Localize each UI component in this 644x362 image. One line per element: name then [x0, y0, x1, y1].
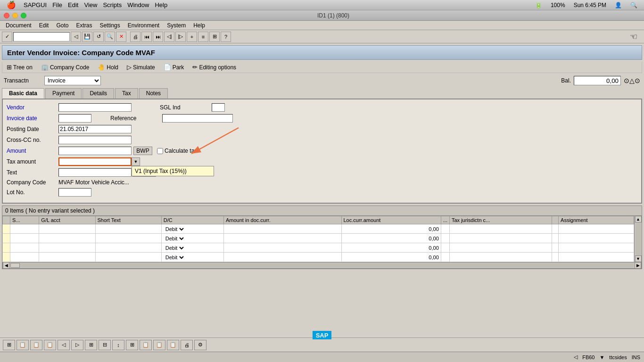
app-menu-help[interactable]: Help	[193, 22, 205, 29]
program-dropdown-icon[interactable]: ▼	[599, 354, 604, 360]
menu-file[interactable]: File	[52, 1, 62, 8]
row2-gl[interactable]	[39, 234, 95, 243]
help-btn[interactable]: ?	[221, 32, 231, 42]
minimize-button[interactable]	[12, 13, 18, 18]
invoice-date-input[interactable]	[58, 114, 91, 123]
nav-btn1[interactable]: ⏮	[141, 32, 152, 42]
row2-tax-jur[interactable]	[449, 234, 552, 243]
bottom-btn-12[interactable]: 📋	[153, 340, 165, 350]
app-menu-edit[interactable]: Edit	[39, 22, 49, 29]
app-menu-goto[interactable]: Goto	[56, 22, 68, 29]
row3-dc-select[interactable]: Debit	[164, 245, 185, 251]
text-input[interactable]	[58, 168, 132, 177]
row2-s[interactable]	[10, 234, 39, 243]
bottom-btn-3[interactable]: 📋	[30, 340, 42, 350]
bottom-btn-6[interactable]: ▷	[71, 340, 83, 350]
row1-dc-select[interactable]: Debit	[164, 226, 185, 232]
tax-dropdown-arrow[interactable]: ▼	[132, 157, 140, 166]
command-field[interactable]	[13, 32, 70, 41]
park-button[interactable]: 📄 Park	[162, 63, 186, 71]
bottom-btn-10[interactable]: ⊞	[126, 340, 138, 350]
nav-btn2[interactable]: ⏭	[153, 32, 163, 42]
reference-input[interactable]	[162, 114, 233, 123]
amount-input[interactable]	[58, 147, 132, 155]
app-menu-settings[interactable]: Settings	[99, 22, 120, 29]
sgl-ind-input[interactable]	[212, 103, 225, 112]
app-menu-system[interactable]: System	[167, 22, 186, 29]
row2-assignment[interactable]	[559, 234, 634, 243]
row2-amount-doc[interactable]	[223, 234, 341, 243]
stop-btn[interactable]: ✕	[116, 32, 126, 42]
search-icon[interactable]: 🔍	[630, 2, 637, 8]
row3-dc[interactable]: Debit	[161, 243, 223, 253]
tab-tax[interactable]: Tax	[115, 88, 138, 99]
table-btn[interactable]: ⊞	[209, 32, 220, 42]
row4-assignment[interactable]	[559, 253, 634, 262]
tree-on-button[interactable]: ⊞ Tree on	[5, 63, 34, 71]
row4-gl[interactable]	[39, 253, 95, 262]
calculate-tax-checkbox[interactable]	[157, 148, 163, 154]
app-menu-document[interactable]: Document	[6, 22, 32, 29]
row4-tax-jur[interactable]	[449, 253, 552, 262]
bottom-btn-5[interactable]: ◁	[58, 340, 70, 350]
back-btn[interactable]: ◁	[71, 32, 81, 42]
row1-short[interactable]	[95, 224, 161, 234]
bottom-btn-14[interactable]: 🖨	[181, 340, 193, 350]
find-btn[interactable]: 🔍	[105, 32, 115, 42]
h-scrollbar[interactable]: ◀ ▶	[2, 262, 642, 269]
row3-tax-jur[interactable]	[449, 243, 552, 253]
bottom-btn-2[interactable]: 📋	[17, 340, 29, 350]
menu-edit[interactable]: Edit	[68, 1, 78, 8]
print-btn[interactable]: 🖨	[130, 32, 140, 42]
tab-payment[interactable]: Payment	[45, 88, 82, 99]
bottom-btn-11[interactable]: 📋	[140, 340, 152, 350]
nav-btn4[interactable]: |▷	[175, 32, 186, 42]
row1-tax-jur[interactable]	[449, 224, 552, 234]
transact-select[interactable]: Invoice	[44, 76, 101, 85]
row3-assignment[interactable]	[559, 243, 634, 253]
cross-cc-input[interactable]	[58, 136, 132, 144]
menu-window[interactable]: Window	[127, 1, 149, 8]
row2-short[interactable]	[95, 234, 161, 243]
row3-s[interactable]	[10, 243, 39, 253]
row2-dc-select[interactable]: Debit	[164, 235, 185, 242]
menu-sapgui[interactable]: SAPGUI	[24, 1, 47, 8]
create-btn[interactable]: +	[187, 32, 197, 42]
row4-dc-select[interactable]: Debit	[164, 254, 185, 261]
bottom-btn-9[interactable]: ↕	[112, 340, 124, 350]
checkmark-button[interactable]: ✓	[2, 32, 12, 42]
row4-short[interactable]	[95, 253, 161, 262]
bottom-btn-13[interactable]: 📋	[167, 340, 179, 350]
row3-short[interactable]	[95, 243, 161, 253]
bottom-btn-8[interactable]: ⊟	[99, 340, 111, 350]
bottom-btn-4[interactable]: 📋	[44, 340, 56, 350]
posting-date-input[interactable]	[58, 125, 132, 133]
nav-btn3[interactable]: ◁|	[164, 32, 174, 42]
detail-btn[interactable]: ≡	[198, 32, 208, 42]
scroll-right-btn[interactable]: ▶	[635, 262, 641, 269]
bottom-btn-1[interactable]: ⊞	[3, 340, 15, 350]
row1-gl[interactable]	[39, 224, 95, 234]
tab-notes[interactable]: Notes	[139, 88, 168, 99]
row3-amount-doc[interactable]	[223, 243, 341, 253]
app-menu-environment[interactable]: Environment	[128, 22, 159, 29]
company-code-button[interactable]: 🏢 Company Code	[40, 63, 91, 71]
scroll-left-btn[interactable]: ◀	[3, 262, 9, 269]
row4-amount-doc[interactable]	[223, 253, 341, 262]
row1-amount-doc[interactable]	[223, 224, 341, 234]
row1-s[interactable]	[10, 224, 39, 234]
apple-icon[interactable]: 🍎	[7, 0, 16, 9]
app-menu-extras[interactable]: Extras	[76, 22, 92, 29]
scroll-up-btn[interactable]: ▲	[635, 216, 642, 222]
tax-dropdown-option[interactable]: V1 (Input Tax (15%))	[135, 168, 187, 174]
v-scrollbar[interactable]: ▲ ▼	[634, 216, 642, 262]
tab-details[interactable]: Details	[83, 88, 114, 99]
menu-view[interactable]: View	[84, 1, 97, 8]
bottom-btn-7[interactable]: ⊞	[85, 340, 97, 350]
h-scroll-thumb[interactable]	[10, 263, 20, 268]
editing-options-button[interactable]: ✏ Editing options	[191, 63, 238, 71]
vendor-input[interactable]	[58, 103, 132, 112]
bottom-btn-15[interactable]: ⚙	[194, 340, 206, 350]
row1-assignment[interactable]	[559, 224, 634, 234]
scroll-down-btn[interactable]: ▼	[635, 255, 642, 262]
